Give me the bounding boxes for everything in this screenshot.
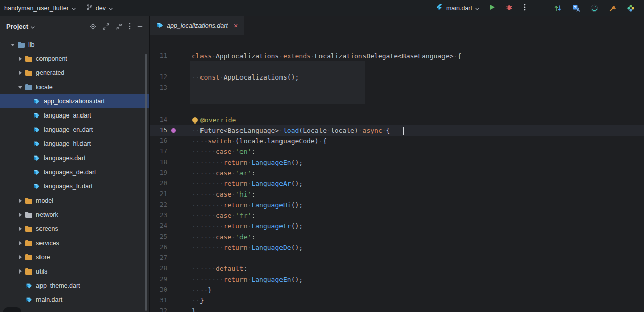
- code-line-28[interactable]: 28······default:: [150, 263, 644, 274]
- code-text[interactable]: ······case·'de':: [190, 231, 255, 242]
- line-number[interactable]: 21: [150, 189, 167, 200]
- editor-gutter[interactable]: 12: [150, 72, 190, 83]
- code-text[interactable]: ······case·'ar':: [190, 168, 255, 178]
- more-vertical-icon[interactable]: [128, 22, 131, 30]
- debug-button[interactable]: [505, 3, 514, 13]
- tree-item-network[interactable]: network: [0, 208, 149, 222]
- chevron-right-icon[interactable]: [17, 57, 24, 61]
- code-text[interactable]: [190, 61, 192, 72]
- code-text[interactable]: [190, 253, 192, 263]
- editor-gutter[interactable]: 32: [150, 306, 190, 312]
- chevron-right-icon[interactable]: [17, 227, 24, 231]
- tree-item-language_hi-dart[interactable]: language_hi.dart: [0, 137, 149, 151]
- editor-gutter[interactable]: 29: [150, 274, 190, 285]
- translate-icon[interactable]: [571, 3, 581, 13]
- code-editor[interactable]: 11class·AppLocalizations·extends·Localiz…: [150, 35, 644, 312]
- locate-file-icon[interactable]: [89, 22, 97, 31]
- code-text[interactable]: }: [190, 306, 196, 312]
- chevron-right-icon[interactable]: [17, 213, 24, 217]
- code-text[interactable]: ······case·'en':: [190, 146, 255, 157]
- tab-close-button[interactable]: ×: [234, 22, 238, 29]
- code-line-24[interactable]: 24········return·LanguageFr();: [150, 221, 644, 231]
- code-text[interactable]: ······default:: [190, 263, 248, 274]
- vcs-branch-widget[interactable]: dev: [86, 4, 113, 12]
- override-gutter-icon[interactable]: [171, 128, 176, 133]
- expand-all-icon[interactable]: [102, 22, 110, 31]
- tree-item-languages_de-dart[interactable]: languages_de.dart: [0, 165, 149, 179]
- code-line-phantom[interactable]: [150, 93, 644, 104]
- tree-item-languages-dart[interactable]: languages.dart: [0, 151, 149, 165]
- chevron-right-icon[interactable]: [17, 241, 24, 245]
- editor-gutter[interactable]: 23: [150, 210, 190, 221]
- code-line-21[interactable]: 21······case·'hi':: [150, 189, 644, 200]
- code-line-phantom[interactable]: [150, 61, 644, 72]
- code-text[interactable]: ········return·LanguageFr();: [190, 221, 303, 231]
- line-number[interactable]: 32: [150, 306, 167, 312]
- editor-gutter[interactable]: 27: [150, 253, 190, 263]
- editor-gutter[interactable]: [150, 104, 190, 114]
- chevron-right-icon[interactable]: [17, 255, 24, 259]
- editor-gutter[interactable]: 24: [150, 221, 190, 231]
- chevron-right-icon[interactable]: [17, 199, 24, 203]
- intention-bulb-icon[interactable]: [192, 117, 198, 123]
- line-number[interactable]: 14: [150, 114, 167, 125]
- code-text[interactable]: ··}: [190, 295, 204, 306]
- editor-gutter[interactable]: 31: [150, 295, 190, 306]
- tree-item-component[interactable]: component: [0, 52, 149, 66]
- chevron-down-icon[interactable]: [9, 44, 16, 46]
- chevron-right-icon[interactable]: [17, 269, 24, 274]
- code-text[interactable]: ········return·LanguageAr();: [190, 178, 303, 189]
- editor-gutter[interactable]: 16: [150, 136, 190, 146]
- line-number[interactable]: 17: [150, 146, 167, 157]
- line-number[interactable]: 27: [150, 253, 167, 263]
- line-number[interactable]: 19: [150, 168, 167, 178]
- line-number[interactable]: [150, 61, 167, 72]
- code-line-17[interactable]: 17······case·'en':: [150, 146, 644, 157]
- code-line-26[interactable]: 26········return·LanguageDe();: [150, 242, 644, 253]
- editor-gutter[interactable]: 17: [150, 146, 190, 157]
- editor-gutter[interactable]: 22: [150, 200, 190, 210]
- code-text[interactable]: ··Future<BaseLanguage>·load(Locale·local…: [190, 125, 404, 136]
- editor-gutter[interactable]: 11: [150, 51, 190, 61]
- run-button[interactable]: [488, 3, 496, 13]
- editor-gutter[interactable]: 19: [150, 168, 190, 178]
- code-text[interactable]: ········return·LanguageEn();: [190, 157, 303, 168]
- code-text[interactable]: [190, 83, 192, 93]
- line-number[interactable]: 16: [150, 136, 167, 146]
- line-number[interactable]: 18: [150, 157, 167, 168]
- line-number[interactable]: 22: [150, 200, 167, 210]
- tree-item-lib[interactable]: lib: [0, 37, 149, 52]
- editor-gutter[interactable]: 13: [150, 83, 190, 93]
- tree-item-language_ar-dart[interactable]: language_ar.dart: [0, 108, 149, 123]
- code-line-20[interactable]: 20········return·LanguageAr();: [150, 178, 644, 189]
- code-line-15[interactable]: 15··Future<BaseLanguage>·load(Locale·loc…: [150, 125, 644, 136]
- tree-item-generated[interactable]: generated: [0, 66, 149, 80]
- pub-upgrade-icon[interactable]: [553, 3, 563, 13]
- editor-gutter[interactable]: 25: [150, 231, 190, 242]
- line-number[interactable]: 11: [150, 51, 167, 61]
- editor-gutter[interactable]: 18: [150, 157, 190, 168]
- code-text[interactable]: ······case·'fr':: [190, 210, 255, 221]
- tree-item-store[interactable]: store: [0, 250, 149, 264]
- tree-item-main-dart[interactable]: main.dart: [0, 293, 149, 307]
- code-text[interactable]: class·AppLocalizations·extends·Localizat…: [190, 51, 461, 61]
- tree-item-services[interactable]: services: [0, 236, 149, 250]
- editor-gutter[interactable]: 26: [150, 242, 190, 253]
- project-widget[interactable]: handyman_user_flutter: [4, 5, 76, 12]
- build-tools-icon[interactable]: [608, 3, 618, 13]
- chevron-right-icon[interactable]: [17, 71, 24, 75]
- code-text[interactable]: ········return·LanguageDe();: [190, 242, 303, 253]
- code-line-29[interactable]: 29········return·LanguageEn();: [150, 274, 644, 285]
- code-line-25[interactable]: 25······case·'de':: [150, 231, 644, 242]
- editor-gutter[interactable]: 28: [150, 263, 190, 274]
- editor-gutter[interactable]: 20: [150, 178, 190, 189]
- code-line-32[interactable]: 32}: [150, 306, 644, 312]
- tree-item-utils[interactable]: utils: [0, 264, 149, 279]
- code-line-12[interactable]: 12··const·AppLocalizations();: [150, 72, 644, 83]
- code-line-27[interactable]: 27: [150, 253, 644, 263]
- code-line-14[interactable]: 14@override: [150, 114, 644, 125]
- code-line-30[interactable]: 30····}: [150, 285, 644, 295]
- tree-item-locale[interactable]: locale: [0, 80, 149, 94]
- code-text[interactable]: ········return·LanguageEn();: [190, 274, 303, 285]
- tree-item-app_localizations-dart[interactable]: app_localizations.dart: [0, 94, 149, 108]
